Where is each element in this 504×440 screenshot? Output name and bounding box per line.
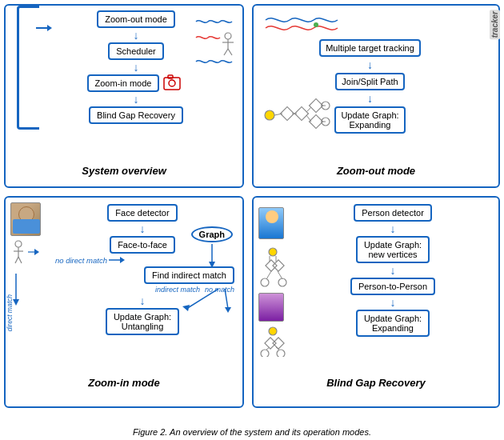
graph-nodes-br-top [258, 246, 287, 290]
svg-line-27 [15, 257, 18, 263]
svg-marker-38 [209, 262, 215, 268]
blind-gap-recovery-quadrant: Person detector ↓ Update Graph:new verti… [252, 196, 500, 408]
svg-marker-40 [13, 299, 19, 306]
arrow-down-icon: ↓ [367, 59, 373, 70]
blind-gap-content: Person detector ↓ Update Graph:new verti… [254, 198, 498, 374]
svg-marker-32 [120, 257, 125, 263]
svg-rect-13 [295, 107, 309, 121]
svg-line-9 [228, 49, 232, 55]
blind-gap-recovery-title: Blind Gap Recovery [254, 377, 498, 389]
face-detector-node: Face detector [107, 204, 177, 222]
update-graph-untangling-node: Update Graph:Untangling [106, 308, 179, 335]
svg-point-24 [15, 241, 22, 247]
blind-gap-flow: Person detector ↓ Update Graph:new verti… [292, 202, 494, 369]
find-indirect-match-node: Find indirect match [144, 266, 234, 284]
purple-strip-image [258, 293, 284, 322]
arrow-down-icon: ↓ [133, 30, 138, 41]
svg-line-28 [18, 257, 22, 263]
arrow-down-icon: ↓ [367, 93, 373, 104]
zoom-out-content: tracker Multiple target tracking ↓ Join/… [254, 6, 498, 162]
zoom-out-mode-title: Zoom-out mode [254, 165, 498, 177]
zoom-in-content: direct match Face detector ↓ Face-to-fac… [6, 198, 242, 374]
svg-marker-34 [182, 305, 190, 311]
person-image-top [258, 207, 284, 239]
find-indirect-row: Find indirect match [47, 266, 238, 284]
arrow-down-icon: ↓ [140, 295, 146, 306]
face-image [10, 202, 41, 236]
tracker-label: tracker [490, 10, 500, 39]
svg-marker-30 [34, 249, 39, 255]
zoom-in-mode-quadrant: direct match Face detector ↓ Face-to-fac… [4, 196, 244, 408]
svg-rect-42 [266, 260, 277, 271]
person-detector-node: Person detector [354, 204, 432, 222]
system-overview-quadrant: Zoom-out mode ↓ Scheduler ↓ Zoom-in mode… [4, 4, 244, 188]
direct-match-arrow-icon [10, 274, 22, 306]
svg-rect-52 [273, 338, 284, 349]
zoom-in-mode-title: Zoom-in mode [6, 377, 242, 389]
camera-icon [162, 74, 185, 92]
arrow-down-icon: ↓ [133, 94, 138, 105]
person-to-person-node: Person-to-Person [350, 278, 435, 295]
face-to-face-node: Face-to-face [110, 236, 175, 254]
zoom-out-mode-node: Zoom-out mode [97, 10, 175, 28]
update-graph-expanding-br-node: Update Graph:Expanding [356, 310, 430, 337]
svg-line-35 [225, 289, 228, 309]
graph-nodes-tr [262, 91, 350, 139]
blind-gap-recovery-node: Blind Gap Recovery [89, 106, 183, 124]
system-overview-content: Zoom-out mode ↓ Scheduler ↓ Zoom-in mode… [6, 6, 242, 162]
arrow-down-icon: ↓ [140, 223, 146, 234]
bracket-arrow-icon [36, 22, 52, 34]
no-direct-match-label: no direct match [55, 256, 107, 265]
zoom-out-mode-quadrant: tracker Multiple target tracking ↓ Join/… [252, 4, 500, 188]
arrow-down-icon: ↓ [133, 62, 138, 73]
update-graph-vertices-node: Update Graph:new vertices [356, 236, 430, 263]
svg-rect-43 [273, 260, 284, 271]
stick-figures-icon [10, 239, 41, 271]
svg-rect-15 [310, 115, 323, 129]
svg-marker-36 [225, 307, 231, 313]
zoom-in-mode-node: Zoom-in mode [87, 74, 160, 92]
svg-line-19 [306, 115, 311, 122]
svg-point-49 [278, 278, 286, 286]
graph-nodes-br-bottom [258, 325, 287, 357]
system-flow: Zoom-out mode ↓ Scheduler ↓ Zoom-in mode… [87, 10, 186, 124]
svg-line-18 [306, 107, 311, 112]
arrow-down-icon: ↓ [390, 297, 396, 308]
blind-gap-left-col [258, 202, 287, 369]
zoom-in-flow: Face detector ↓ Face-to-face no direct m… [47, 202, 238, 369]
svg-line-8 [224, 49, 228, 55]
svg-point-53 [261, 350, 269, 357]
join-split-path-node: Join/Split Path [335, 73, 404, 90]
multiple-target-tracking-node: Multiple target tracking [319, 39, 421, 57]
arrow-right-icon [109, 255, 125, 265]
svg-line-46 [266, 271, 271, 279]
svg-rect-12 [281, 107, 294, 121]
svg-rect-14 [310, 99, 323, 113]
svg-point-5 [225, 33, 231, 39]
svg-point-11 [265, 110, 274, 120]
svg-point-54 [277, 350, 285, 357]
svg-marker-1 [47, 25, 52, 31]
arrow-down-icon: ↓ [390, 265, 396, 276]
svg-point-48 [261, 278, 269, 286]
system-overview-title: System overview [6, 165, 242, 177]
svg-point-50 [269, 327, 277, 335]
graph-node: Graph [191, 226, 233, 242]
indirect-arrows-icon [170, 289, 234, 313]
graph-arrow-icon [204, 244, 220, 268]
svg-point-41 [269, 248, 277, 256]
svg-line-33 [186, 289, 218, 309]
svg-point-3 [169, 80, 175, 86]
figure-caption: Figure 2. An overview of the system and … [8, 427, 496, 437]
scheduler-node: Scheduler [108, 42, 164, 60]
svg-rect-51 [265, 338, 276, 349]
svg-rect-4 [168, 75, 173, 78]
wavy-lines-decoration [192, 14, 236, 78]
svg-line-55 [266, 347, 270, 350]
arrow-down-icon: ↓ [390, 223, 396, 234]
top-wavy-lines [262, 10, 470, 36]
svg-point-10 [314, 22, 318, 27]
